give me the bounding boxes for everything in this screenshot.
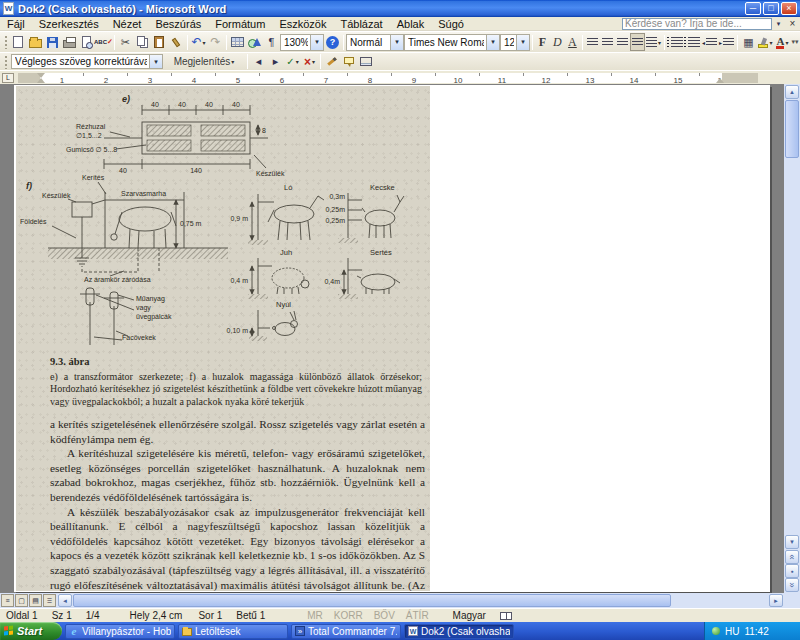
vertical-scrollbar-thumb[interactable] (785, 100, 799, 158)
scroll-right-button[interactable] (769, 594, 783, 607)
word-app-icon[interactable] (3, 2, 14, 15)
font-size-combo[interactable]: 12 (500, 34, 530, 51)
scroll-left-button[interactable] (58, 594, 72, 607)
tab-selector[interactable] (2, 73, 14, 83)
reject-change-dropdown-icon[interactable] (312, 58, 315, 65)
borders-button[interactable] (740, 33, 757, 51)
align-center-button[interactable] (600, 33, 615, 51)
menu-beszuras[interactable]: Beszúrás (148, 17, 208, 31)
undo-dropdown-icon[interactable] (202, 39, 205, 46)
toolbar-grip[interactable] (4, 35, 7, 49)
font-color-button[interactable]: A (774, 33, 791, 51)
zoom-combo[interactable]: 130% (280, 34, 324, 51)
accept-change-dropdown-icon[interactable] (296, 58, 299, 65)
vertical-scrollbar[interactable] (784, 84, 800, 593)
align-right-button[interactable] (615, 33, 630, 51)
format-painter-button[interactable] (168, 33, 185, 51)
scroll-down-button[interactable] (785, 535, 799, 549)
bold-button[interactable]: F (535, 33, 550, 51)
zoom-dropdown-icon[interactable] (310, 35, 323, 50)
status-flag[interactable]: MR (307, 610, 323, 621)
highlight-dropdown-icon[interactable] (769, 39, 772, 46)
outline-view-button[interactable] (43, 594, 56, 607)
menu-eszkozok[interactable]: Eszközök (272, 17, 333, 31)
horizontal-scrollbar-thumb[interactable] (73, 594, 671, 607)
show-hide-paragraph-button[interactable] (263, 33, 280, 51)
web-layout-view-button[interactable] (15, 594, 28, 607)
help-question-input[interactable] (622, 18, 772, 30)
display-for-review-combo[interactable]: Végleges szöveg korrektúrával (11, 54, 163, 69)
menu-fajl[interactable]: Fájl (0, 17, 32, 31)
maximize-button[interactable] (763, 2, 779, 15)
print-button[interactable] (61, 33, 78, 51)
line-spacing-dropdown-icon[interactable] (658, 39, 661, 46)
spelling-button[interactable]: ABC (95, 33, 112, 51)
close-document-button[interactable] (785, 18, 800, 29)
previous-change-button[interactable] (250, 53, 267, 71)
decrease-indent-button[interactable] (701, 33, 718, 51)
print-preview-button[interactable] (78, 33, 95, 51)
font-combo[interactable]: Times New Roman (404, 34, 500, 51)
scroll-up-button[interactable] (785, 85, 799, 99)
save-button[interactable] (44, 33, 61, 51)
increase-indent-button[interactable] (718, 33, 735, 51)
insert-table-button[interactable] (229, 33, 246, 51)
italic-button[interactable]: D (550, 33, 565, 51)
right-indent-marker[interactable] (716, 78, 724, 83)
status-language[interactable]: Magyar (453, 610, 486, 621)
taskbar-task-downloads[interactable]: Letöltések (178, 624, 288, 639)
status-flag[interactable]: BŐV (374, 610, 395, 621)
copy-button[interactable] (134, 33, 151, 51)
help-dropdown-icon[interactable] (772, 20, 785, 28)
taskbar-task-browser[interactable]: Villanypásztor - Hobbi... (65, 624, 175, 639)
show-menu-button[interactable]: Megjelenítés (163, 53, 245, 71)
print-layout-view-button[interactable] (29, 594, 42, 607)
taskbar-task-total-commander[interactable]: Total Commander 7.5... (291, 624, 401, 639)
horizontal-scrollbar[interactable] (0, 593, 784, 608)
redo-button[interactable] (207, 33, 224, 51)
reviewing-pane-button[interactable] (357, 53, 374, 71)
menu-ablak[interactable]: Ablak (390, 17, 432, 31)
style-combo[interactable]: Normál (346, 34, 404, 51)
left-indent-marker[interactable] (37, 78, 45, 83)
next-change-button[interactable] (267, 53, 284, 71)
align-left-button[interactable] (585, 33, 600, 51)
accept-change-button[interactable] (284, 53, 301, 71)
previous-page-button[interactable] (785, 550, 799, 564)
font-color-dropdown-icon[interactable] (785, 39, 788, 46)
cut-button[interactable] (117, 33, 134, 51)
bullets-button[interactable] (684, 33, 701, 51)
minimize-button[interactable] (745, 2, 761, 15)
display-for-review-dropdown-icon[interactable] (149, 55, 162, 68)
undo-button[interactable] (190, 33, 207, 51)
status-mode-flags[interactable]: MRKORRBŐVÁTÍR (307, 610, 428, 621)
font-size-dropdown-icon[interactable] (516, 35, 529, 50)
track-changes-button[interactable] (323, 53, 340, 71)
help-button[interactable] (324, 33, 341, 51)
menu-tablazat[interactable]: Táblázat (333, 17, 389, 31)
spelling-status-icon[interactable] (500, 612, 512, 620)
new-document-button[interactable] (10, 33, 27, 51)
taskbar-task-word[interactable]: Dok2 (Csak olvasható... (404, 624, 514, 639)
open-button[interactable] (27, 33, 44, 51)
start-button[interactable]: Start (0, 622, 62, 640)
align-justify-button[interactable] (630, 33, 645, 51)
status-flag[interactable]: ÁTÍR (406, 610, 429, 621)
menu-formatum[interactable]: Formátum (208, 17, 272, 31)
reject-change-button[interactable] (301, 53, 318, 71)
insert-comment-button[interactable] (340, 53, 357, 71)
line-spacing-button[interactable] (645, 33, 662, 51)
paste-button[interactable] (151, 33, 168, 51)
underline-button[interactable]: A (565, 33, 580, 51)
menu-szerkesztes[interactable]: Szerkesztés (32, 17, 106, 31)
document-page[interactable]: e) 40 40 40 40 8 Rézhuzal ∅1,5...2 Gumic… (14, 85, 770, 592)
menu-nezet[interactable]: Nézet (106, 17, 149, 31)
select-browse-object-button[interactable] (785, 564, 799, 578)
menu-sugo[interactable]: Súgó (431, 17, 471, 31)
status-flag[interactable]: KORR (334, 610, 363, 621)
tray-status-icon[interactable] (712, 627, 720, 635)
highlight-button[interactable] (757, 33, 774, 51)
close-button[interactable] (781, 2, 797, 15)
tray-language-indicator[interactable]: HU (725, 626, 739, 637)
toolbar-options-icon[interactable] (791, 38, 799, 46)
